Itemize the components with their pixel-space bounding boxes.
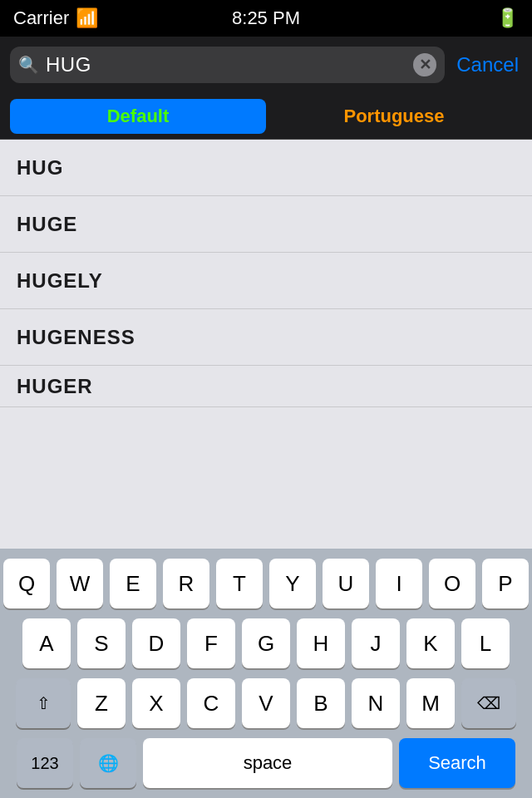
search-input-wrapper[interactable]: 🔍 HUG ✕ [10, 47, 445, 83]
result-item-3[interactable]: HUGENESS [0, 309, 532, 366]
key-g[interactable]: G [242, 618, 290, 668]
key-o[interactable]: O [429, 559, 475, 608]
search-button[interactable]: Search [399, 738, 515, 788]
key-e[interactable]: E [110, 559, 156, 608]
result-item-1[interactable]: HUGE [0, 196, 532, 253]
search-icon: 🔍 [18, 55, 39, 75]
key-w[interactable]: W [57, 559, 103, 608]
key-j[interactable]: J [352, 618, 400, 668]
keyboard-bottom-row: 123 🌐 space Search [0, 738, 532, 798]
key-i[interactable]: I [376, 559, 422, 608]
carrier-label: Carrier [13, 7, 69, 29]
key-u[interactable]: U [323, 559, 369, 608]
key-r[interactable]: R [163, 559, 209, 608]
key-k[interactable]: K [406, 618, 455, 668]
segment-portuguese[interactable]: Portuguese [266, 99, 522, 134]
time-label: 8:25 PM [232, 7, 300, 28]
space-key[interactable]: space [143, 738, 392, 788]
search-input[interactable]: HUG [46, 53, 406, 76]
key-n[interactable]: N [352, 678, 400, 728]
key-a[interactable]: A [22, 618, 71, 668]
cancel-button[interactable]: Cancel [453, 53, 522, 76]
key-v[interactable]: V [242, 678, 290, 728]
keyboard-row-3: ⇧ Z X C V B N M ⌫ [0, 678, 532, 728]
key-t[interactable]: T [216, 559, 263, 608]
keyboard: Q W E R T Y U I O P A S D F G H J K L ⇧ … [0, 549, 532, 798]
backspace-key[interactable]: ⌫ [461, 678, 516, 728]
segmented-control: Default Portuguese [0, 93, 532, 140]
key-f[interactable]: F [187, 618, 235, 668]
key-b[interactable]: B [297, 678, 345, 728]
key-d[interactable]: D [132, 618, 180, 668]
key-z[interactable]: Z [77, 678, 126, 728]
key-m[interactable]: M [406, 678, 455, 728]
number-key[interactable]: 123 [17, 738, 73, 788]
results-list: HUG HUGE HUGELY HUGENESS HUGER [0, 140, 532, 407]
key-l[interactable]: L [461, 618, 510, 668]
battery-icon: 🔋 [496, 7, 519, 29]
key-s[interactable]: S [77, 618, 126, 668]
key-p[interactable]: P [482, 559, 529, 608]
result-item-4[interactable]: HUGER [0, 366, 532, 407]
globe-key[interactable]: 🌐 [80, 738, 136, 788]
key-x[interactable]: X [132, 678, 180, 728]
result-item-2[interactable]: HUGELY [0, 253, 532, 309]
close-icon: ✕ [419, 57, 431, 72]
keyboard-row-1: Q W E R T Y U I O P [0, 559, 532, 608]
shift-key[interactable]: ⇧ [16, 678, 71, 728]
key-y[interactable]: Y [269, 559, 316, 608]
wifi-icon: 📶 [76, 7, 98, 29]
status-bar: Carrier 📶 8:25 PM 🔋 [0, 0, 532, 37]
clear-button[interactable]: ✕ [413, 53, 436, 76]
result-item-0[interactable]: HUG [0, 140, 532, 196]
keyboard-row-2: A S D F G H J K L [0, 618, 532, 668]
search-bar: 🔍 HUG ✕ Cancel [0, 37, 532, 93]
segment-default[interactable]: Default [10, 99, 266, 134]
key-c[interactable]: C [187, 678, 235, 728]
key-q[interactable]: Q [3, 559, 50, 608]
key-h[interactable]: H [297, 618, 345, 668]
